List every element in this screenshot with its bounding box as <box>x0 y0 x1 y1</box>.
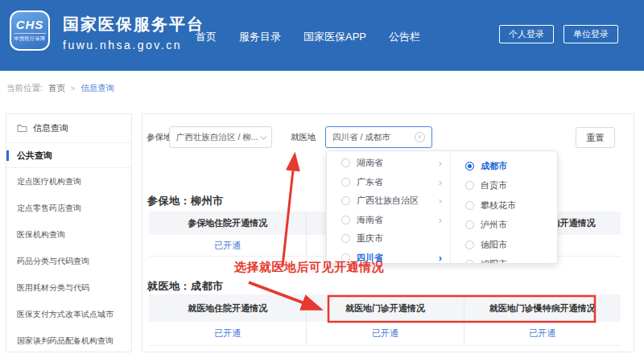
nav-national-app[interactable]: 国家医保APP <box>303 30 366 44</box>
login-buttons: 个人登录 单位登录 <box>499 25 618 43</box>
insured-status-hospitalization[interactable]: 已开通 <box>149 235 306 256</box>
radio-icon[interactable] <box>465 241 474 249</box>
province-option-guangxi[interactable]: 广西壮族自治区 › <box>327 191 450 211</box>
province-option-hainan[interactable]: 海南省 › <box>327 211 450 230</box>
city-label: 绵阳市 <box>481 258 507 264</box>
radio-icon[interactable] <box>341 158 350 167</box>
chevron-down-icon <box>260 133 266 139</box>
province-label: 广西壮族自治区 <box>357 195 419 207</box>
sidebar-section-label: 公共查询 <box>17 150 52 162</box>
city-label: 泸州市 <box>481 219 507 231</box>
radio-icon[interactable] <box>465 181 474 190</box>
treatment-table-header-row: 就医地住院开通情况 就医地门诊开通情况 就医地门诊慢特病开通情况 <box>149 294 621 322</box>
treatment-col-hospitalization: 就医地住院开通情况 <box>149 294 306 322</box>
chevron-right-icon: › <box>439 177 442 187</box>
breadcrumb: 当前位置: 首页 > 信息查询 <box>6 83 114 94</box>
sidebar-item-consumables-classification[interactable]: 医用耗材分类与代码 <box>6 274 131 301</box>
province-option-guangdong[interactable]: 广东省 › <box>327 173 450 192</box>
brand-block: 国家医保服务平台 fuwu.nhsa.gov.cn <box>63 14 204 51</box>
treatment-place-label: 就医地 <box>291 132 316 143</box>
city-list: 成都市 自贡市 攀枝花市 泸州市 德阳市 绵阳市 <box>451 151 557 263</box>
radio-icon[interactable] <box>341 178 350 187</box>
nav-service-catalog[interactable]: 服务目录 <box>239 30 281 44</box>
breadcrumb-separator-icon: > <box>71 84 75 93</box>
sidebar-item-payment-reform-cities[interactable]: 医保支付方式改革试点城市 <box>6 301 131 327</box>
page: CHS 中国医疗保障 国家医保服务平台 fuwu.nhsa.gov.cn 首页 … <box>0 0 644 362</box>
sidebar-item-designated-medical-orgs[interactable]: 定点医疗机构查询 <box>6 168 131 195</box>
radio-icon[interactable] <box>341 253 350 262</box>
clear-input-icon[interactable]: × <box>415 132 425 142</box>
city-label: 攀枝花市 <box>481 200 516 212</box>
sidebar: 信息查询 公共查询 定点医疗机构查询 定点零售药店查询 医保机构查询 药品分类与… <box>6 113 132 352</box>
radio-icon[interactable] <box>341 196 350 205</box>
breadcrumb-current[interactable]: 信息查询 <box>80 83 114 94</box>
sidebar-item-negotiated-drug-orgs[interactable]: 国家谈判药品配备机构查询 <box>6 327 131 354</box>
city-label: 德阳市 <box>481 239 507 251</box>
insured-place-value: 广西壮族自治区 / 柳... <box>176 132 258 143</box>
radio-icon[interactable] <box>341 216 350 224</box>
province-option-chongqing[interactable]: 重庆市 <box>327 229 450 249</box>
insured-section-heading: 参保地：柳州市 <box>147 194 224 208</box>
sidebar-root-info-query[interactable]: 信息查询 <box>6 114 131 143</box>
logo-abbr: CHS <box>16 19 44 31</box>
city-option-deyang[interactable]: 德阳市 <box>451 235 557 255</box>
breadcrumb-home[interactable]: 首页 <box>48 83 65 94</box>
sidebar-item-drug-classification[interactable]: 药品分类与代码查询 <box>6 248 131 274</box>
treatment-place-value: 四川省 / 成都市 <box>332 132 390 143</box>
city-option-chengdu[interactable]: 成都市 <box>451 156 557 176</box>
province-label: 四川省 <box>357 252 383 264</box>
city-option-panzhihua[interactable]: 攀枝花市 <box>451 195 557 216</box>
site-domain: fuwu.nhsa.gov.cn <box>63 39 204 51</box>
insured-col-hospitalization: 参保地住院开通情况 <box>149 212 306 235</box>
city-option-luzhou[interactable]: 泸州市 <box>451 216 557 236</box>
province-label: 重庆市 <box>357 232 383 245</box>
personal-login-button[interactable]: 个人登录 <box>499 25 554 43</box>
chevron-right-icon: › <box>439 195 442 206</box>
treatment-col-chronic: 就医地门诊慢特病开通情况 <box>464 294 621 322</box>
breadcrumb-prefix: 当前位置: <box>6 83 43 94</box>
city-option-mianyang[interactable]: 绵阳市 <box>451 255 557 265</box>
province-label: 海南省 <box>357 214 383 226</box>
radio-icon[interactable] <box>465 220 474 229</box>
province-label: 湖南省 <box>357 157 383 169</box>
folder-icon <box>17 124 27 133</box>
city-label: 成都市 <box>481 160 507 172</box>
chevron-right-icon: › <box>439 215 442 225</box>
treatment-status-table: 就医地住院开通情况 就医地门诊开通情况 就医地门诊慢特病开通情况 已开通 已开通… <box>149 294 621 346</box>
radio-checked-icon[interactable] <box>465 162 474 171</box>
treatment-status-chronic[interactable]: 已开通 <box>464 322 621 345</box>
sidebar-root-label: 信息查询 <box>33 122 68 134</box>
radio-icon[interactable] <box>465 201 474 210</box>
chevron-right-icon: › <box>439 253 442 263</box>
treatment-section-heading: 就医地：成都市 <box>147 279 224 294</box>
radio-icon[interactable] <box>465 260 474 264</box>
treatment-col-outpatient: 就医地门诊开通情况 <box>306 294 463 322</box>
region-cascader-dropdown: 湖南省 › 广东省 › 广西壮族自治区 › 海南省 › 重庆市 <box>326 150 558 264</box>
top-header: CHS 中国医疗保障 国家医保服务平台 fuwu.nhsa.gov.cn 首页 … <box>0 0 644 71</box>
nav-home[interactable]: 首页 <box>196 30 217 44</box>
insured-place-label: 参保地 <box>147 132 172 143</box>
sidebar-item-insurance-agencies[interactable]: 医保机构查询 <box>6 221 131 248</box>
city-option-zigong[interactable]: 自贡市 <box>451 176 557 196</box>
chevron-right-icon: › <box>439 158 442 168</box>
treatment-status-hospitalization[interactable]: 已开通 <box>149 322 306 345</box>
sidebar-item-designated-pharmacies[interactable]: 定点零售药店查询 <box>6 195 131 221</box>
treatment-place-input[interactable]: 四川省 / 成都市 × <box>325 126 432 148</box>
province-label: 广东省 <box>357 176 383 188</box>
insured-place-select[interactable]: 广西壮族自治区 / 柳... <box>169 126 272 148</box>
province-option-sichuan[interactable]: 四川省 › <box>327 249 450 265</box>
chs-logo: CHS 中国医疗保障 <box>10 10 50 51</box>
province-option-hunan[interactable]: 湖南省 › <box>327 154 450 173</box>
nav-bulletin[interactable]: 公告栏 <box>389 30 420 44</box>
sidebar-section-public-query: 公共查询 <box>6 143 131 168</box>
treatment-table-value-row: 已开通 已开通 已开通 <box>149 322 621 346</box>
treatment-status-outpatient[interactable]: 已开通 <box>306 322 463 345</box>
province-list: 湖南省 › 广东省 › 广西壮族自治区 › 海南省 › 重庆市 <box>327 151 451 263</box>
city-label: 自贡市 <box>481 179 507 191</box>
radio-icon[interactable] <box>341 234 350 243</box>
site-title: 国家医保服务平台 <box>63 14 204 35</box>
unit-login-button[interactable]: 单位登录 <box>564 25 618 43</box>
header-nav: 首页 服务目录 国家医保APP 公告栏 <box>196 30 420 44</box>
logo-subtext: 中国医疗保障 <box>14 33 46 43</box>
reset-button[interactable]: 重置 <box>576 127 615 148</box>
